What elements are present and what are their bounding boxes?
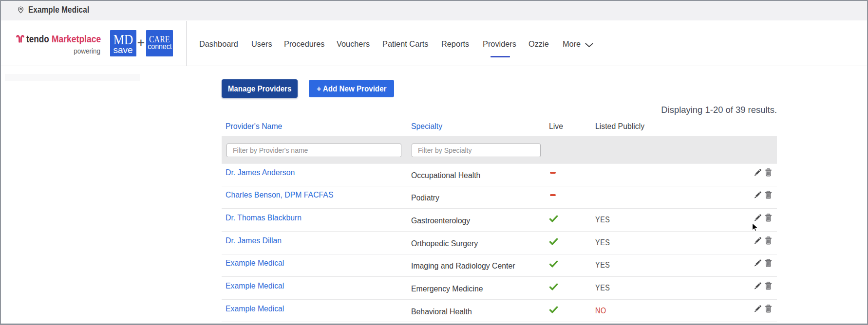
- nav-item-dashboard[interactable]: Dashboard: [199, 21, 240, 67]
- provider-name-link[interactable]: Charles Benson, DPM FACFAS: [226, 191, 333, 200]
- provider-row: Charles Benson, DPM FACFASPodiatry: [222, 186, 777, 209]
- edit-pencil-icon: [754, 282, 762, 290]
- edit-pencil-icon: [754, 168, 762, 177]
- edit-provider-button[interactable]: [754, 214, 762, 224]
- live-status-dash: [550, 172, 556, 174]
- add-new-provider-button[interactable]: + Add New Provider: [309, 80, 394, 97]
- nav-item-vouchers[interactable]: Vouchers: [337, 21, 371, 67]
- listed-publicly-value: YES: [595, 261, 610, 270]
- tendo-wordmark: tendo: [26, 34, 49, 45]
- provider-name-link[interactable]: Example Medical: [226, 259, 284, 269]
- live-status-check: [549, 237, 558, 247]
- header-divider: [186, 21, 187, 66]
- nav-item-label: Patient Carts: [382, 39, 428, 49]
- provider-specialty: Behavioral Health: [411, 307, 472, 317]
- nav-item-label: More: [563, 39, 581, 49]
- nav-item-procedures[interactable]: Procedures: [284, 21, 326, 67]
- provider-name-link[interactable]: Dr. James Dillan: [226, 236, 282, 246]
- column-header-live: Live: [549, 122, 563, 131]
- delete-trash-icon: [765, 214, 772, 222]
- provider-specialty: Imaging and Radiology Center: [411, 261, 515, 271]
- provider-row: Dr. Thomas BlackburnGastroenterologyYES: [222, 209, 777, 232]
- provider-row: Example MedicalImaging and Radiology Cen…: [222, 254, 777, 277]
- edit-pencil-icon: [754, 214, 762, 222]
- active-tab-underline: [491, 56, 510, 57]
- marketplace-wordmark: Marketplace: [52, 34, 101, 45]
- powering-label: powering: [56, 47, 100, 55]
- column-header-listed-publicly: Listed Publicly: [595, 122, 644, 131]
- delete-trash-icon: [765, 305, 772, 313]
- nav-item-users[interactable]: Users: [251, 21, 273, 67]
- live-check-icon: [549, 260, 558, 268]
- delete-provider-button[interactable]: [765, 236, 772, 247]
- tendo-logo-icon: [16, 35, 24, 43]
- delete-provider-button[interactable]: [765, 305, 772, 315]
- providers-table-body: Dr. James AndersonOccupational HealthCha…: [222, 163, 777, 322]
- provider-specialty: Occupational Health: [411, 171, 480, 181]
- live-status-check: [549, 260, 558, 270]
- brand-area: tendo Marketplace powering MD save + CAR…: [1, 20, 186, 66]
- provider-specialty: Emergency Medicine: [411, 284, 483, 294]
- nav-item-label: Users: [251, 39, 272, 49]
- column-header-provider-name[interactable]: Provider's Name: [226, 122, 282, 131]
- live-status-dash: [550, 195, 556, 197]
- top-location-bar: Example Medical: [1, 1, 867, 20]
- provider-row: Dr. James DillanOrthopedic SurgeryYES: [222, 232, 777, 254]
- chevron-down-icon: [585, 42, 594, 48]
- listed-publicly-value: YES: [595, 238, 610, 247]
- listed-publicly-value: YES: [595, 284, 610, 292]
- edit-provider-button[interactable]: [754, 259, 762, 269]
- delete-provider-button[interactable]: [765, 214, 772, 224]
- edit-pencil-icon: [754, 191, 762, 199]
- provider-specialty: Orthopedic Surgery: [411, 239, 478, 249]
- listed-publicly-value: YES: [595, 216, 610, 224]
- app-header: tendo Marketplace powering MD save + CAR…: [1, 20, 867, 66]
- listed-publicly-value: NO: [595, 306, 606, 315]
- results-summary: Displaying 1-20 of 39 results.: [661, 105, 777, 115]
- careconnect-logo: CARE connect: [146, 30, 173, 56]
- provider-name-link[interactable]: Dr. Thomas Blackburn: [226, 213, 302, 223]
- edit-provider-button[interactable]: [754, 168, 762, 179]
- edit-pencil-icon: [754, 259, 762, 267]
- nav-item-ozzie[interactable]: Ozzie: [528, 21, 549, 67]
- live-check-icon: [549, 283, 558, 291]
- edit-pencil-icon: [754, 236, 762, 245]
- live-status-check: [549, 215, 558, 225]
- provider-name-link[interactable]: Example Medical: [226, 281, 284, 291]
- delete-provider-button[interactable]: [765, 259, 772, 269]
- live-check-icon: [549, 215, 558, 223]
- live-check-icon: [549, 306, 558, 313]
- edit-provider-button[interactable]: [754, 191, 762, 201]
- live-status-check: [549, 283, 558, 293]
- column-header-specialty[interactable]: Specialty: [411, 122, 442, 131]
- nav-item-label: Providers: [483, 39, 516, 49]
- nav-item-label: Procedures: [284, 39, 324, 49]
- delete-provider-button[interactable]: [765, 168, 772, 179]
- edit-provider-button[interactable]: [754, 282, 762, 292]
- delete-trash-icon: [765, 282, 772, 290]
- delete-trash-icon: [765, 168, 772, 177]
- filter-row: [222, 136, 777, 163]
- nav-item-more[interactable]: More: [563, 21, 594, 67]
- edit-provider-button[interactable]: [754, 305, 762, 315]
- provider-specialty: Gastroenterology: [411, 216, 470, 226]
- not-live-dash-icon: [550, 195, 556, 197]
- location-pin-icon: [18, 6, 24, 14]
- provider-name-link[interactable]: Example Medical: [226, 304, 284, 314]
- nav-item-label: Vouchers: [337, 39, 370, 49]
- delete-provider-button[interactable]: [765, 282, 772, 292]
- nav-item-label: Dashboard: [199, 39, 238, 49]
- nav-item-providers[interactable]: Providers: [483, 21, 518, 67]
- delete-provider-button[interactable]: [765, 191, 772, 201]
- filter-provider-name-input[interactable]: [226, 144, 401, 157]
- filter-specialty-input[interactable]: [412, 144, 541, 157]
- edit-provider-button[interactable]: [754, 236, 762, 247]
- nav-item-patient-carts[interactable]: Patient Carts: [382, 21, 430, 67]
- nav-item-reports[interactable]: Reports: [441, 21, 471, 67]
- provider-row: Dr. James AndersonOccupational Health: [222, 163, 777, 186]
- manage-providers-button[interactable]: Manage Providers: [222, 79, 298, 98]
- not-live-dash-icon: [550, 172, 556, 174]
- mdsave-logo: MD save: [110, 30, 136, 56]
- provider-name-link[interactable]: Dr. James Anderson: [226, 168, 295, 178]
- delete-trash-icon: [765, 259, 772, 267]
